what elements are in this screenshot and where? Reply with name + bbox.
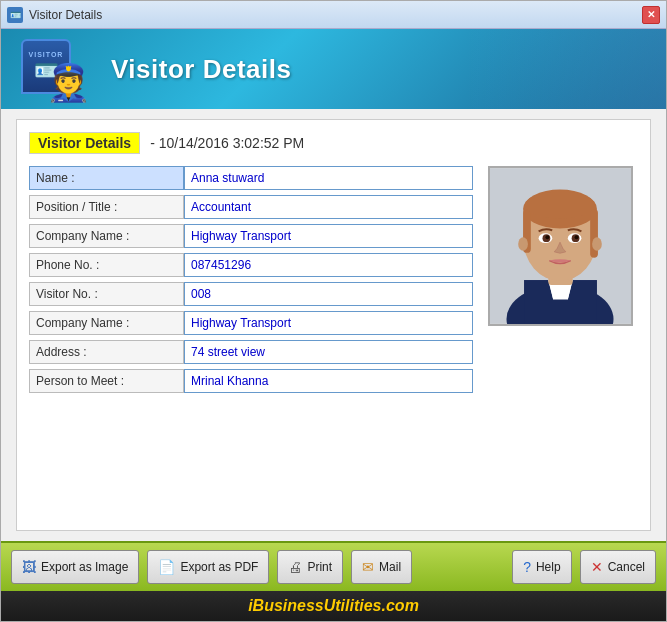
- form-row: Visitor No. :008: [29, 282, 473, 306]
- close-button[interactable]: ✕: [642, 6, 660, 24]
- help-button[interactable]: ? Help: [512, 550, 571, 584]
- card-header: Visitor Details - 10/14/2016 3:02:52 PM: [29, 132, 638, 154]
- form-section: Name :Anna stuwardPosition / Title :Acco…: [29, 166, 473, 518]
- form-value-5: Highway Transport: [184, 311, 473, 335]
- toolbar-left: 🖼 Export as Image 📄 Export as PDF 🖨 Prin…: [11, 550, 412, 584]
- export-image-button[interactable]: 🖼 Export as Image: [11, 550, 139, 584]
- mail-button[interactable]: ✉ Mail: [351, 550, 412, 584]
- visitor-photo: [488, 166, 633, 326]
- card-title: Visitor Details: [29, 132, 140, 154]
- card-timestamp: - 10/14/2016 3:02:52 PM: [150, 135, 304, 151]
- title-bar-text: Visitor Details: [29, 8, 102, 22]
- title-bar: 🪪 Visitor Details ✕: [1, 1, 666, 29]
- print-icon: 🖨: [288, 559, 302, 575]
- mail-label: Mail: [379, 560, 401, 574]
- form-label-0: Name :: [29, 166, 184, 190]
- form-label-7: Person to Meet :: [29, 369, 184, 393]
- print-button[interactable]: 🖨 Print: [277, 550, 343, 584]
- main-window: 🪪 Visitor Details ✕ VISITOR 🪪 👮 Visitor …: [0, 0, 667, 622]
- form-label-2: Company Name :: [29, 224, 184, 248]
- export-pdf-label: Export as PDF: [180, 560, 258, 574]
- mail-icon: ✉: [362, 559, 374, 575]
- svg-point-11: [525, 192, 595, 219]
- cancel-icon: ✕: [591, 559, 603, 575]
- toolbar-right: ? Help ✕ Cancel: [512, 550, 656, 584]
- export-pdf-icon: 📄: [158, 559, 175, 575]
- form-label-3: Phone No. :: [29, 253, 184, 277]
- watermark-text: iBusinessUtilities.com: [248, 597, 419, 615]
- form-row: Phone No. :087451296: [29, 253, 473, 277]
- form-value-3: 087451296: [184, 253, 473, 277]
- visitor-photo-svg: [490, 166, 631, 326]
- form-row: Company Name :Highway Transport: [29, 311, 473, 335]
- header-title: Visitor Details: [111, 54, 291, 85]
- svg-point-16: [545, 235, 549, 239]
- title-bar-left: 🪪 Visitor Details: [7, 7, 102, 23]
- export-pdf-button[interactable]: 📄 Export as PDF: [147, 550, 269, 584]
- svg-point-17: [575, 235, 579, 239]
- window-icon: 🪪: [7, 7, 23, 23]
- form-value-0: Anna stuward: [184, 166, 473, 190]
- form-row: Company Name :Highway Transport: [29, 224, 473, 248]
- logo-officer-icon: 👮: [46, 62, 91, 104]
- form-label-6: Address :: [29, 340, 184, 364]
- form-value-1: Accountant: [184, 195, 473, 219]
- content-area: Visitor Details - 10/14/2016 3:02:52 PM …: [1, 109, 666, 541]
- watermark-bar: iBusinessUtilities.com: [1, 591, 666, 621]
- help-icon: ?: [523, 559, 531, 575]
- header-banner: VISITOR 🪪 👮 Visitor Details: [1, 29, 666, 109]
- form-label-4: Visitor No. :: [29, 282, 184, 306]
- export-image-label: Export as Image: [41, 560, 128, 574]
- photo-section: [488, 166, 638, 518]
- print-label: Print: [307, 560, 332, 574]
- form-value-6: 74 street view: [184, 340, 473, 364]
- cancel-label: Cancel: [608, 560, 645, 574]
- form-row: Address :74 street view: [29, 340, 473, 364]
- form-row: Person to Meet :Mrinal Khanna: [29, 369, 473, 393]
- help-label: Help: [536, 560, 561, 574]
- form-value-4: 008: [184, 282, 473, 306]
- header-logo: VISITOR 🪪 👮: [21, 34, 91, 104]
- form-row: Position / Title :Accountant: [29, 195, 473, 219]
- svg-point-18: [518, 237, 528, 251]
- toolbar: 🖼 Export as Image 📄 Export as PDF 🖨 Prin…: [1, 541, 666, 591]
- form-value-2: Highway Transport: [184, 224, 473, 248]
- form-row: Name :Anna stuward: [29, 166, 473, 190]
- logo-badge-label: VISITOR: [29, 51, 64, 58]
- svg-point-19: [592, 237, 602, 251]
- export-image-icon: 🖼: [22, 559, 36, 575]
- card-body: Name :Anna stuwardPosition / Title :Acco…: [29, 166, 638, 518]
- form-label-1: Position / Title :: [29, 195, 184, 219]
- cancel-button[interactable]: ✕ Cancel: [580, 550, 656, 584]
- form-value-7: Mrinal Khanna: [184, 369, 473, 393]
- details-card: Visitor Details - 10/14/2016 3:02:52 PM …: [16, 119, 651, 531]
- form-label-5: Company Name :: [29, 311, 184, 335]
